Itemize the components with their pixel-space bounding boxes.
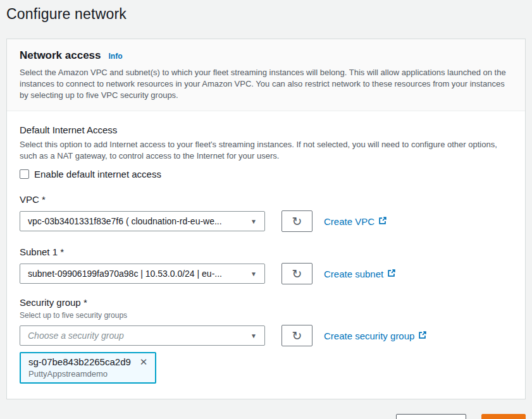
security-group-select[interactable]: Choose a security group ▼ [20,325,265,346]
refresh-icon: ↻ [292,216,302,228]
vpc-label: VPC * [20,194,512,205]
enable-internet-checkbox-label: Enable default internet access [34,169,161,179]
default-internet-access-description: Select this option to add Internet acces… [20,139,512,162]
subnet-selected-value: subnet-09906199fa970a98c | 10.53.0.0/24 … [28,269,245,279]
vpc-refresh-button[interactable]: ↻ [281,210,312,232]
enable-internet-checkbox[interactable] [20,169,29,179]
subnet-field-group: Subnet 1 * subnet-09906199fa970a98c | 10… [20,246,512,284]
security-group-refresh-button[interactable]: ↻ [281,325,312,346]
security-group-helper: Select up to five security groups [20,311,512,320]
previous-button[interactable]: Previous [396,414,466,419]
vpc-select[interactable]: vpc-03b3401331f83e7f6 ( cloudnation-rd-e… [20,211,265,231]
network-access-panel: Network access Info Select the Amazon VP… [6,39,526,399]
vpc-field-group: VPC * vpc-03b3401331f83e7f6 ( cloudnatio… [20,194,512,232]
panel-header: Network access Info Select the Amazon VP… [7,39,525,111]
subnet-select[interactable]: subnet-09906199fa970a98c | 10.53.0.0/24 … [20,264,265,284]
external-link-icon [387,269,396,279]
security-group-field-group: Security group * Select up to five secur… [20,297,512,384]
refresh-icon: ↻ [292,330,302,342]
panel-title: Network access [20,49,101,62]
close-icon[interactable]: ✕ [140,357,148,367]
panel-body: Default Internet Access Select this opti… [7,111,525,399]
next-button[interactable]: Next [481,414,526,419]
chevron-down-icon: ▼ [251,218,257,225]
panel-description: Select the Amazon VPC and subnet(s) to w… [20,67,512,101]
security-group-tag-id: sg-07be843b2265ca2d9 [28,356,131,367]
default-internet-access-title: Default Internet Access [20,124,512,135]
wizard-footer: Cancel Previous Next [0,414,526,419]
external-link-icon [418,331,427,341]
security-group-placeholder: Choose a security group [28,331,245,341]
refresh-icon: ↻ [292,268,302,280]
page-title: Configure network [6,6,532,23]
create-subnet-link-label: Create subnet [324,269,383,279]
external-link-icon [378,216,387,227]
info-link[interactable]: Info [109,52,123,61]
security-group-tag-name: PuttyAppstreamdemo [28,369,147,379]
chevron-down-icon: ▼ [251,332,257,339]
security-group-tag: sg-07be843b2265ca2d9 ✕ PuttyAppstreamdem… [20,352,156,384]
subnet-label: Subnet 1 * [20,246,512,257]
chevron-down-icon: ▼ [251,270,257,277]
create-subnet-link[interactable]: Create subnet [324,269,396,279]
enable-internet-checkbox-row: Enable default internet access [20,169,512,179]
create-vpc-link[interactable]: Create VPC [324,216,387,227]
create-vpc-link-label: Create VPC [324,216,374,227]
create-security-group-link-label: Create security group [324,331,414,341]
vpc-selected-value: vpc-03b3401331f83e7f6 ( cloudnation-rd-e… [28,216,245,226]
create-security-group-link[interactable]: Create security group [324,331,427,341]
subnet-refresh-button[interactable]: ↻ [281,263,312,284]
security-group-label: Security group * [20,297,512,308]
